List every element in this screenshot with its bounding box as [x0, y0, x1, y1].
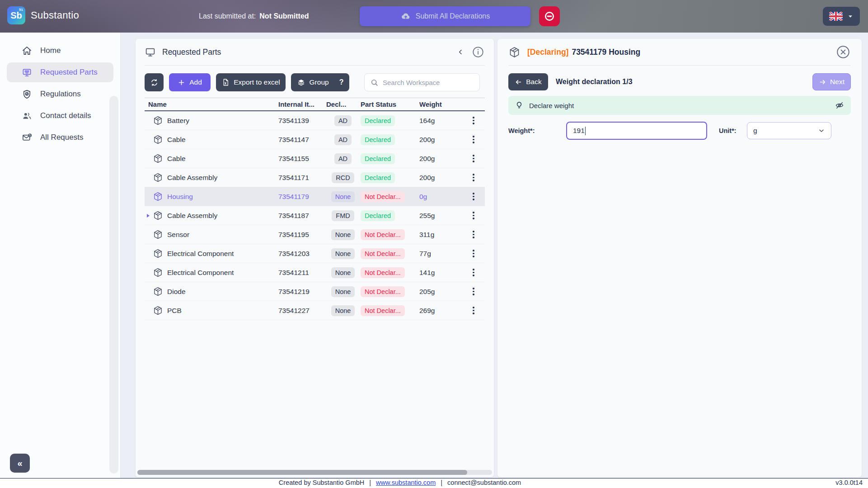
- search-input[interactable]: [383, 79, 474, 86]
- internal-item-number: 73541155: [278, 155, 325, 163]
- row-menu-button[interactable]: [471, 134, 476, 145]
- table-row[interactable]: Cable Assembly 73541171 RCD Declared 200…: [145, 168, 485, 187]
- part-status-badge: Declared: [361, 172, 395, 183]
- table-row[interactable]: PCB 73541227 None Not Declar... 269g: [145, 301, 485, 320]
- table-row[interactable]: Electrical Component 73541211 None Not D…: [145, 263, 485, 282]
- part-status-badge: Declared: [361, 210, 395, 221]
- row-menu-button[interactable]: [471, 191, 476, 202]
- part-name: Housing: [167, 193, 193, 201]
- row-menu-button[interactable]: [471, 172, 476, 183]
- part-weight: 255g: [419, 212, 462, 220]
- row-menu-button[interactable]: [471, 248, 476, 259]
- package-icon: [508, 46, 521, 58]
- part-name: Diode: [167, 288, 186, 296]
- declaration-type-badge: AD: [334, 115, 352, 126]
- table-row[interactable]: Cable 73541155 AD Declared 200g: [145, 149, 485, 168]
- app-version: v3.0.0t14: [835, 479, 863, 486]
- arrow-left-icon: [515, 78, 522, 86]
- part-status-badge: Declared: [361, 153, 395, 164]
- close-panel-button[interactable]: [835, 44, 851, 60]
- row-menu-button[interactable]: [471, 229, 476, 240]
- stop-submissions-button[interactable]: [539, 6, 560, 26]
- parts-toolbar: Add Export to excel Group ?: [145, 73, 485, 91]
- export-to-excel-button[interactable]: Export to excel: [216, 73, 286, 91]
- close-circle-icon: [835, 44, 851, 60]
- row-menu-button[interactable]: [471, 305, 476, 316]
- package-icon: [153, 229, 163, 240]
- eye-off-icon[interactable]: [835, 100, 845, 110]
- package-icon: [153, 248, 163, 259]
- internal-item-number: 73541195: [278, 231, 325, 239]
- sidebar-item-requested-parts[interactable]: Requested Parts: [7, 62, 113, 82]
- column-header-name[interactable]: Name: [145, 100, 278, 108]
- users-icon: [22, 111, 32, 121]
- declaration-type-badge: None: [331, 248, 355, 259]
- package-icon: [153, 305, 163, 316]
- declaration-type-badge: None: [331, 229, 355, 240]
- table-row[interactable]: Cable Assembly 73541187 FMD Declared 255…: [145, 206, 485, 225]
- sidebar-scrollbar[interactable]: [109, 96, 118, 474]
- table-row[interactable]: Battery 73541139 AD Declared 164g: [145, 111, 485, 130]
- next-button[interactable]: Next: [812, 73, 851, 90]
- column-header-declaration[interactable]: Decl...: [325, 100, 361, 108]
- package-icon: [153, 191, 163, 202]
- row-menu-button[interactable]: [471, 286, 476, 297]
- column-header-internal-item[interactable]: Internal It...: [278, 100, 325, 108]
- package-icon: [153, 286, 163, 297]
- table-row[interactable]: Sensor 73541195 None Not Declar... 311g: [145, 225, 485, 244]
- chevron-left-icon[interactable]: [457, 48, 464, 56]
- hint-text: Declare weight: [529, 102, 574, 109]
- sidebar-collapse-button[interactable]: «: [10, 454, 30, 473]
- weight-input[interactable]: 191: [566, 122, 707, 140]
- expand-arrow-icon[interactable]: [145, 214, 152, 218]
- uk-flag-icon: [829, 12, 843, 21]
- add-part-button[interactable]: Add: [169, 73, 211, 91]
- weight-form: Weight*: 191 Unit*: g: [508, 122, 851, 140]
- horizontal-scrollbar-thumb[interactable]: [137, 470, 467, 475]
- panel-title: Requested Parts: [162, 47, 221, 57]
- package-icon: [153, 172, 163, 183]
- row-menu-button[interactable]: [471, 267, 476, 278]
- footer-website-link[interactable]: www.substantio.com: [376, 479, 436, 486]
- row-menu-button[interactable]: [471, 210, 476, 221]
- unit-select[interactable]: g: [747, 122, 831, 139]
- text-cursor: [585, 127, 586, 135]
- app-logo: Sb 51: [7, 6, 25, 24]
- refresh-button[interactable]: [145, 73, 164, 91]
- row-menu-button[interactable]: [471, 115, 476, 126]
- sidebar-item-all-requests[interactable]: All Requests: [7, 128, 113, 147]
- internal-item-number: 73541147: [278, 136, 325, 144]
- table-row[interactable]: Electrical Component 73541203 None Not D…: [145, 244, 485, 263]
- submit-all-declarations-button[interactable]: Submit All Declarations: [360, 6, 530, 26]
- column-header-weight[interactable]: Weight: [419, 100, 462, 108]
- sidebar-item-contact-details[interactable]: Contact details: [7, 106, 113, 126]
- app-name: Substantio: [31, 9, 79, 21]
- row-menu-button[interactable]: [471, 153, 476, 164]
- sidebar-item-regulations[interactable]: Regulations: [7, 84, 113, 104]
- group-button[interactable]: Group ?: [291, 73, 349, 91]
- wizard-step-title: Weight declaration 1/3: [556, 78, 633, 86]
- next-button-label: Next: [830, 78, 845, 86]
- table-row[interactable]: Cable 73541147 AD Declared 200g: [145, 130, 485, 149]
- table-row[interactable]: Housing 73541179 None Not Declar... 0g: [145, 187, 485, 206]
- unit-field-label: Unit*:: [719, 127, 747, 134]
- declaration-type-badge: None: [331, 267, 355, 278]
- group-help-icon[interactable]: ?: [339, 78, 344, 86]
- declaration-panel-header: [Declaring] 73541179 Housing: [508, 39, 851, 66]
- declaration-type-badge: None: [331, 286, 355, 297]
- part-weight: 269g: [419, 307, 462, 315]
- cloud-upload-icon: [400, 11, 411, 22]
- back-button[interactable]: Back: [508, 73, 548, 90]
- info-icon[interactable]: [471, 45, 485, 59]
- internal-item-number: 73541203: [278, 250, 325, 258]
- hint-banner: Declare weight: [508, 96, 851, 115]
- internal-item-number: 73541139: [278, 117, 325, 125]
- sidebar-item-home[interactable]: Home: [7, 41, 113, 61]
- internal-item-number: 73541179: [278, 193, 325, 201]
- language-selector[interactable]: [823, 7, 860, 26]
- last-submitted-label: Last submitted at:: [199, 12, 256, 20]
- horizontal-scrollbar[interactable]: [137, 470, 492, 475]
- add-button-label: Add: [189, 78, 202, 86]
- column-header-part-status[interactable]: Part Status: [361, 100, 419, 108]
- table-row[interactable]: Diode 73541219 None Not Declar... 205g: [145, 282, 485, 301]
